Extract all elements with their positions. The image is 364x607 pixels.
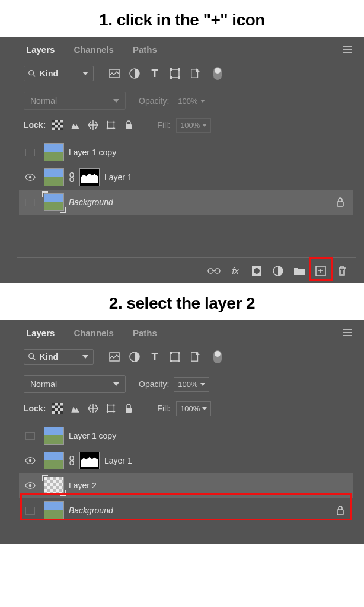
- svg-rect-52: [170, 360, 172, 362]
- panel-menu-icon[interactable]: [343, 329, 352, 336]
- fill-value[interactable]: 100%: [176, 118, 211, 133]
- highlight-layer-2: [20, 493, 352, 520]
- filter-kind-label: Kind: [40, 69, 58, 78]
- lock-artboard-icon[interactable]: [105, 119, 117, 131]
- lock-position-icon[interactable]: [87, 402, 99, 414]
- layer-row[interactable]: Layer 1: [19, 448, 353, 473]
- lock-row: Lock: Fill: 100%: [17, 396, 356, 421]
- chevron-down-icon: [200, 100, 205, 103]
- lock-artboard-icon[interactable]: [105, 402, 117, 414]
- search-icon: [28, 69, 36, 78]
- chevron-down-icon: [82, 72, 88, 75]
- opacity-value[interactable]: 100%: [174, 377, 209, 392]
- filter-kind-select[interactable]: Kind: [24, 349, 94, 365]
- tab-paths[interactable]: Paths: [123, 40, 167, 59]
- panel-menu-icon[interactable]: [343, 46, 352, 53]
- layer-name: Layer 2: [69, 481, 97, 490]
- lock-image-icon[interactable]: [69, 119, 81, 131]
- panel-frame-2: Layers Channels Paths Kind T Normal Opac…: [0, 320, 364, 544]
- layer-name: Layer 1: [104, 456, 132, 465]
- svg-rect-15: [60, 123, 63, 126]
- lock-position-icon[interactable]: [87, 119, 99, 131]
- svg-point-30: [29, 176, 32, 179]
- filter-pixel-icon[interactable]: [108, 350, 121, 363]
- delete-layer-icon[interactable]: [336, 264, 349, 277]
- lock-icons: [52, 119, 135, 131]
- fx-icon[interactable]: fx: [229, 264, 242, 277]
- layer-row[interactable]: Layer 1: [19, 165, 353, 190]
- svg-rect-8: [170, 76, 172, 79]
- opacity-value[interactable]: 100%: [174, 94, 209, 108]
- tab-layers[interactable]: Layers: [17, 40, 64, 59]
- visibility-toggle[interactable]: [21, 199, 39, 206]
- lock-all-icon[interactable]: [123, 402, 135, 414]
- visibility-toggle[interactable]: [21, 173, 39, 181]
- layer-mask-thumbnail[interactable]: [79, 452, 100, 469]
- svg-rect-61: [58, 408, 60, 411]
- blend-mode-select[interactable]: Normal: [24, 375, 126, 393]
- blend-row: Normal Opacity: 100%: [17, 372, 356, 396]
- filter-type-icon[interactable]: T: [148, 350, 161, 363]
- svg-point-75: [70, 456, 74, 461]
- svg-rect-19: [60, 128, 63, 131]
- layer-row[interactable]: Background: [19, 190, 353, 215]
- tab-paths[interactable]: Paths: [123, 323, 167, 343]
- svg-rect-64: [108, 405, 114, 412]
- filter-shape-icon[interactable]: [168, 67, 181, 80]
- blend-mode-select[interactable]: Normal: [24, 92, 126, 110]
- lock-image-icon[interactable]: [69, 402, 81, 414]
- filter-shape-icon[interactable]: [168, 350, 181, 363]
- new-adjustment-icon[interactable]: [272, 264, 285, 277]
- layer-thumbnail[interactable]: [44, 168, 64, 186]
- blend-row: Normal Opacity: 100%: [17, 89, 356, 113]
- layer-name: Layer 1 copy: [69, 148, 116, 157]
- visibility-toggle[interactable]: [21, 149, 39, 156]
- filter-kind-select[interactable]: Kind: [24, 66, 94, 81]
- layer-mask-thumbnail[interactable]: [79, 168, 100, 186]
- visibility-toggle[interactable]: [21, 432, 39, 440]
- eye-icon: [25, 173, 36, 181]
- layers-panel-2: Layers Channels Paths Kind T Normal Opac…: [17, 320, 356, 544]
- filter-adjustment-icon[interactable]: [128, 350, 141, 363]
- lock-icon: [336, 197, 345, 207]
- filter-adjustment-icon[interactable]: [128, 67, 141, 80]
- svg-rect-73: [126, 408, 132, 413]
- svg-point-77: [29, 484, 32, 487]
- filter-smart-icon[interactable]: [189, 67, 202, 80]
- link-layers-icon[interactable]: [207, 264, 221, 277]
- tab-channels[interactable]: Channels: [64, 40, 123, 59]
- svg-rect-50: [170, 352, 172, 354]
- svg-text:T: T: [152, 68, 158, 79]
- layers-panel-1: Layers Channels Paths Kind T Normal Opac…: [17, 37, 356, 283]
- visibility-toggle[interactable]: [21, 481, 39, 490]
- visibility-toggle[interactable]: [21, 456, 39, 465]
- svg-text:fx: fx: [232, 266, 240, 276]
- fill-label: Fill:: [157, 404, 170, 413]
- layer-thumbnail[interactable]: [44, 452, 64, 469]
- layer-thumbnail[interactable]: [44, 143, 64, 161]
- panel-frame-1: Layers Channels Paths Kind T Normal Opac…: [0, 37, 364, 283]
- layer-thumbnail[interactable]: [44, 427, 64, 445]
- layer-row[interactable]: Layer 1 copy: [19, 140, 353, 165]
- new-group-icon[interactable]: [293, 264, 306, 277]
- tab-layers[interactable]: Layers: [17, 323, 64, 343]
- filter-type-icon[interactable]: T: [148, 67, 161, 80]
- layer-thumbnail[interactable]: [44, 477, 64, 494]
- lock-transparency-icon[interactable]: [52, 402, 63, 414]
- blend-mode-value: Normal: [30, 96, 57, 106]
- svg-text:T: T: [152, 351, 158, 363]
- link-icon: [69, 172, 75, 182]
- lock-transparency-icon[interactable]: [52, 119, 63, 131]
- layer-thumbnail[interactable]: [44, 193, 64, 211]
- layer-row[interactable]: Layer 1 copy: [19, 423, 353, 448]
- filter-pixel-icon[interactable]: [108, 67, 121, 80]
- svg-rect-56: [52, 403, 55, 406]
- lock-all-icon[interactable]: [123, 119, 135, 131]
- add-mask-icon[interactable]: [250, 264, 263, 277]
- filter-toggle[interactable]: [213, 67, 222, 80]
- filter-smart-icon[interactable]: [189, 350, 202, 363]
- filter-toggle[interactable]: [213, 350, 222, 363]
- tab-channels[interactable]: Channels: [64, 323, 123, 343]
- fill-value[interactable]: 100%: [176, 401, 211, 416]
- instruction-step-2: 2. select the layer 2: [0, 283, 364, 320]
